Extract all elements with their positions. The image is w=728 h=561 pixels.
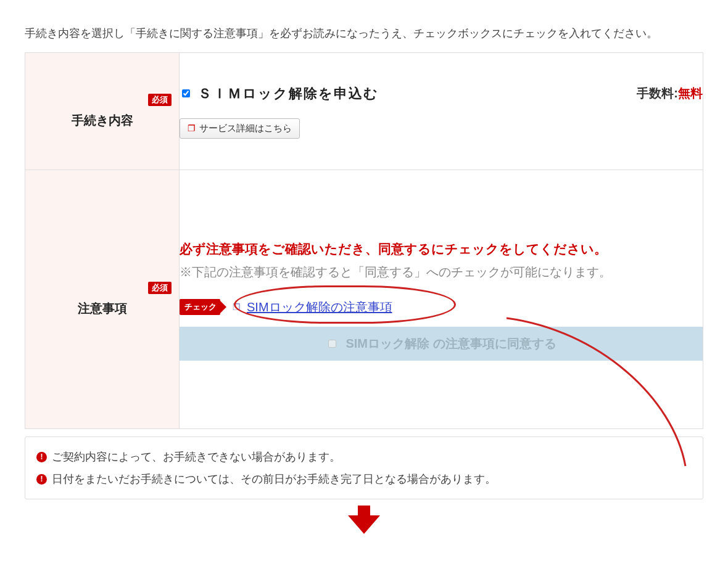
footer-note-text: ご契約内容によって、お手続きできない場合があります。 — [52, 446, 341, 468]
popup-icon: ❐ — [188, 123, 196, 133]
form-table: 必須 手続き内容 ＳＩＭロック解除を申込む 手数料:無料 ❐ サービス詳細はこち… — [25, 52, 703, 429]
down-arrow-icon — [25, 506, 703, 535]
row-procedure-label-cell: 必須 手続き内容 — [25, 53, 180, 170]
fee-value: 無料 — [678, 86, 703, 100]
agree-label: SIMロック解除 の注意事項に同意する — [345, 335, 556, 352]
popup-icon: ❐ — [233, 302, 241, 312]
svg-marker-0 — [348, 506, 380, 534]
fee-display: 手数料:無料 — [637, 85, 703, 102]
service-detail-button-label: サービス詳細はこちら — [199, 123, 292, 134]
required-badge: 必須 — [148, 282, 172, 294]
note-text: ※下記の注意事項を確認すると「同意する」へのチェックが可能になります。 — [180, 262, 703, 282]
apply-sim-unlock-checkbox[interactable] — [182, 89, 190, 97]
required-badge: 必須 — [148, 94, 172, 106]
agree-checkbox[interactable] — [328, 340, 336, 348]
row-notes-content: 必ず注意事項をご確認いただき、同意するにチェックをしてください。 ※下記の注意事… — [180, 170, 703, 429]
apply-sim-unlock-label: ＳＩＭロック解除を申込む — [198, 84, 379, 103]
footer-note-line: ! ご契約内容によって、お手続きできない場合があります。 — [36, 446, 692, 468]
warning-text: 必ず注意事項をご確認いただき、同意するにチェックをしてください。 — [180, 239, 703, 260]
intro-text: 手続き内容を選択し「手続きに関する注意事項」を必ずお読みになったうえ、チェックボ… — [25, 23, 703, 43]
check-badge: チェック — [180, 299, 220, 315]
fee-label: 手数料: — [637, 86, 678, 100]
service-detail-button[interactable]: ❐ サービス詳細はこちら — [180, 118, 300, 139]
sim-unlock-terms-link[interactable]: SIMロック解除の注意事項 — [247, 299, 392, 316]
footer-note-line: ! 日付をまたいだお手続きについては、その前日がお手続き完了日となる場合がありま… — [36, 468, 692, 490]
agree-bar: SIMロック解除 の注意事項に同意する — [180, 327, 703, 361]
notes-label: 注意事項 — [78, 300, 127, 317]
footer-note-text: 日付をまたいだお手続きについては、その前日がお手続き完了日となる場合があります。 — [52, 468, 496, 490]
row-notes-label-cell: 必須 注意事項 — [25, 170, 180, 429]
footer-notes-box: ! ご契約内容によって、お手続きできない場合があります。 ! 日付をまたいだお手… — [25, 436, 703, 499]
alert-icon: ! — [36, 452, 47, 462]
row-procedure-content: ＳＩＭロック解除を申込む 手数料:無料 ❐ サービス詳細はこちら — [180, 53, 703, 170]
alert-icon: ! — [36, 474, 47, 485]
procedure-label: 手続き内容 — [72, 112, 133, 129]
